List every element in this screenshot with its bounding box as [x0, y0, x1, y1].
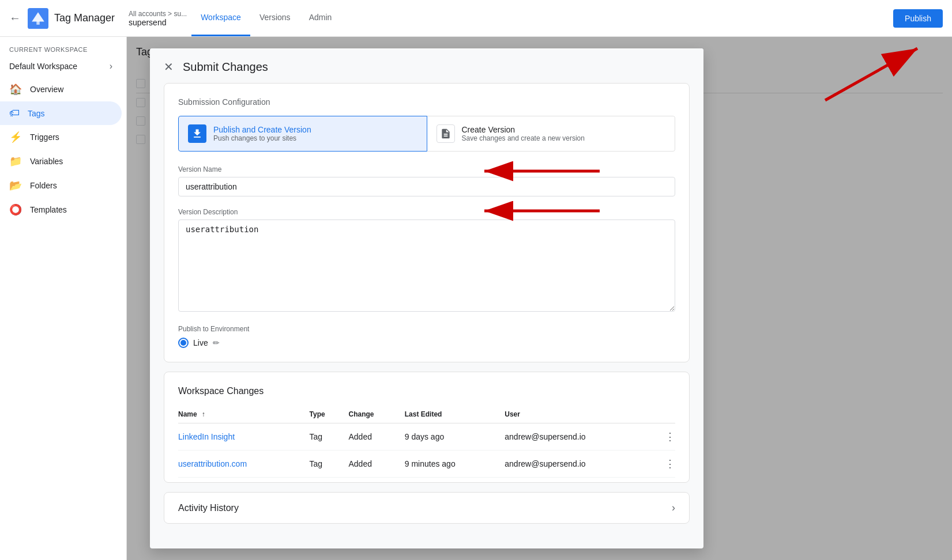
col-header-last-edited: Last Edited: [405, 406, 505, 423]
sidebar-item-label-tags: Tags: [28, 109, 45, 118]
env-radio-inner: [180, 340, 186, 346]
main-layout: CURRENT WORKSPACE Default Workspace › 🏠 …: [0, 37, 952, 560]
nav-item-versions[interactable]: Versions: [250, 0, 300, 36]
tags-icon: 🏷: [9, 107, 20, 119]
workspace-changes-title: Workspace Changes: [178, 386, 675, 396]
current-workspace-label: CURRENT WORKSPACE: [0, 37, 126, 55]
row-1-change: Added: [348, 451, 404, 478]
row-0-user: andrew@supersend.io: [505, 423, 657, 451]
publish-option-text: Publish and Create Version Push changes …: [213, 125, 311, 142]
changes-table-header-row: Name ↑ Type Change Last Edited User: [178, 406, 675, 423]
version-name-group: Version Name: [178, 165, 675, 196]
version-name-label: Version Name: [178, 165, 675, 173]
gtm-logo: [28, 8, 48, 29]
col-header-name: Name ↑: [178, 406, 310, 423]
publish-option-icon: [188, 124, 206, 143]
publish-env-label: Publish to Environment: [178, 325, 675, 333]
folders-icon: 📂: [9, 179, 22, 192]
nav-item-admin[interactable]: Admin: [300, 0, 341, 36]
modal-close-button[interactable]: ✕: [164, 60, 174, 74]
table-row: userattribution.com Tag Added 9 minutes …: [178, 451, 675, 478]
modal-title: Submit Changes: [183, 60, 268, 74]
table-row: LinkedIn Insight Tag Added 9 days ago an…: [178, 423, 675, 451]
version-desc-label: Version Description: [178, 208, 675, 216]
create-option-text: Create Version Save changes and create a…: [462, 125, 585, 142]
create-option-icon: [437, 124, 455, 143]
sidebar-item-label-triggers: Triggers: [30, 133, 59, 142]
publish-env-group: Publish to Environment Live ✏: [178, 325, 675, 348]
content-area: Tags Name Conversa... LinkedIn... userat…: [127, 37, 952, 560]
activity-history-header[interactable]: Activity History ›: [164, 493, 689, 523]
workspace-display-name: Default Workspace: [9, 62, 110, 71]
col-header-user: User: [505, 406, 657, 423]
environment-item: Live ✏: [178, 338, 675, 348]
sidebar-item-templates[interactable]: ⭕ Templates: [0, 198, 122, 222]
row-1-menu-button[interactable]: ⋮: [657, 451, 675, 478]
row-1-name[interactable]: userattribution.com: [178, 451, 310, 478]
modal-header: ✕ Submit Changes: [150, 48, 703, 83]
templates-icon: ⭕: [9, 203, 22, 216]
workspace-changes-card: Workspace Changes Name ↑ Type: [164, 372, 690, 483]
row-0-change: Added: [348, 423, 404, 451]
row-0-name[interactable]: LinkedIn Insight: [178, 423, 310, 451]
sidebar-item-variables[interactable]: 📁 Variables: [0, 149, 122, 173]
col-header-type: Type: [310, 406, 349, 423]
sidebar-item-overview[interactable]: 🏠 Overview: [0, 77, 122, 101]
env-radio[interactable]: [178, 338, 189, 348]
sidebar-item-label-variables: Variables: [30, 157, 63, 166]
sidebar-item-folders[interactable]: 📂 Folders: [0, 173, 122, 198]
workspace-changes-table: Name ↑ Type Change Last Edited User: [178, 406, 675, 478]
topbar-nav: Workspace Versions Admin: [191, 0, 341, 36]
back-button[interactable]: ←: [9, 12, 21, 25]
sidebar-item-label-overview: Overview: [30, 85, 63, 94]
publish-option-subtitle: Push changes to your sites: [213, 134, 311, 142]
col-header-actions: [657, 406, 675, 423]
create-version-option[interactable]: Create Version Save changes and create a…: [427, 116, 676, 152]
activity-history-card: Activity History ›: [164, 492, 690, 524]
default-workspace-item[interactable]: Default Workspace ›: [0, 55, 122, 77]
row-0-menu-button[interactable]: ⋮: [657, 423, 675, 451]
account-label: All accounts > su...: [129, 10, 187, 18]
topbar: ← Tag Manager All accounts > su... super…: [0, 0, 952, 37]
publish-option-title: Publish and Create Version: [213, 125, 311, 134]
row-1-last-edited: 9 minutes ago: [405, 451, 505, 478]
workspace-name-topbar: supersend: [129, 18, 187, 27]
nav-item-workspace[interactable]: Workspace: [191, 0, 250, 36]
sidebar-item-tags[interactable]: 🏷 Tags: [0, 101, 122, 125]
create-option-subtitle: Save changes and create a new version: [462, 134, 585, 142]
name-sort-icon[interactable]: ↑: [202, 410, 205, 418]
create-option-title: Create Version: [462, 125, 585, 134]
publish-option[interactable]: Publish and Create Version Push changes …: [178, 116, 427, 152]
publish-button[interactable]: Publish: [893, 9, 943, 28]
app-name: Tag Manager: [54, 12, 115, 24]
sidebar-item-triggers[interactable]: ⚡ Triggers: [0, 125, 122, 149]
row-0-last-edited: 9 days ago: [405, 423, 505, 451]
activity-chevron-icon: ›: [672, 502, 675, 514]
workspace-chevron-icon: ›: [110, 61, 112, 71]
row-1-type: Tag: [310, 451, 349, 478]
overview-icon: 🏠: [9, 83, 22, 96]
submission-config-card: Submission Configuration Publish and Cre…: [164, 83, 690, 362]
triggers-icon: ⚡: [9, 131, 22, 143]
col-header-change: Change: [348, 406, 404, 423]
activity-history-title: Activity History: [178, 503, 239, 513]
version-name-input[interactable]: [178, 177, 675, 196]
submission-config-title: Submission Configuration: [178, 97, 675, 107]
sidebar-item-label-folders: Folders: [30, 181, 57, 190]
env-name: Live: [193, 338, 208, 347]
env-edit-icon[interactable]: ✏: [213, 338, 220, 347]
sidebar: CURRENT WORKSPACE Default Workspace › 🏠 …: [0, 37, 127, 560]
variables-icon: 📁: [9, 155, 22, 168]
row-0-type: Tag: [310, 423, 349, 451]
version-desc-group: Version Description userattribution: [178, 208, 675, 313]
modal-overlay: ✕ Submit Changes Submission Configuratio…: [127, 37, 952, 560]
modal-panel: ✕ Submit Changes Submission Configuratio…: [150, 48, 703, 548]
svg-rect-2: [36, 20, 39, 24]
row-1-user: andrew@supersend.io: [505, 451, 657, 478]
version-desc-textarea[interactable]: userattribution: [178, 220, 675, 312]
submission-options: Publish and Create Version Push changes …: [178, 116, 675, 152]
sidebar-item-label-templates: Templates: [30, 205, 67, 214]
